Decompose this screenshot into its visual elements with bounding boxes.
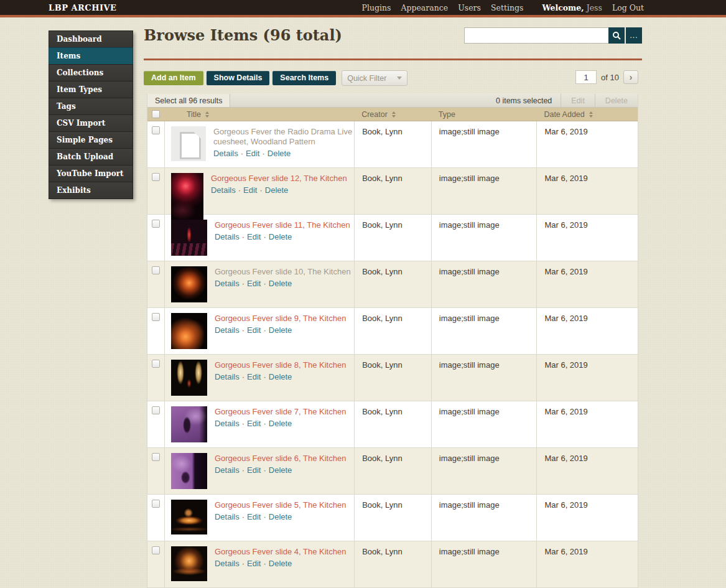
details-link[interactable]: Details bbox=[215, 325, 240, 335]
show-details-button[interactable]: Show Details bbox=[207, 71, 270, 85]
page-number-input[interactable] bbox=[575, 70, 597, 84]
delete-link[interactable]: Delete bbox=[269, 559, 292, 568]
row-checkbox[interactable] bbox=[152, 546, 160, 554]
edit-link[interactable]: Edit bbox=[247, 325, 261, 335]
edit-link[interactable]: Edit bbox=[246, 149, 259, 158]
welcome-label: Welcome, bbox=[542, 3, 584, 12]
search-icon bbox=[612, 31, 621, 40]
edit-link[interactable]: Edit bbox=[247, 559, 261, 568]
item-title-link[interactable]: Gorgeous Fever slide 10, The Kitchen bbox=[215, 267, 351, 277]
search-input[interactable] bbox=[464, 27, 608, 44]
delete-link[interactable]: Delete bbox=[269, 232, 292, 241]
row-checkbox[interactable] bbox=[152, 360, 160, 368]
select-all-checkbox[interactable] bbox=[152, 110, 160, 118]
column-header-title[interactable]: Title bbox=[164, 108, 354, 121]
row-checkbox[interactable] bbox=[152, 453, 160, 461]
column-header-date-added[interactable]: Date Added bbox=[536, 108, 638, 121]
delete-link[interactable]: Delete bbox=[269, 465, 292, 475]
nav-appearance[interactable]: Appearance bbox=[401, 3, 448, 12]
delete-link[interactable]: Delete bbox=[269, 372, 292, 381]
sidebar-item[interactable]: Batch Upload bbox=[49, 148, 133, 166]
item-thumbnail[interactable] bbox=[171, 500, 207, 534]
item-thumbnail[interactable] bbox=[171, 173, 203, 220]
sidebar-item[interactable]: Item Types bbox=[49, 81, 133, 98]
column-header-creator[interactable]: Creator bbox=[354, 108, 431, 121]
edit-link[interactable]: Edit bbox=[243, 185, 257, 195]
item-title-link[interactable]: Gorgeous Fever slide 7, The Kitchen bbox=[215, 407, 347, 417]
details-link[interactable]: Details bbox=[215, 465, 240, 475]
item-thumbnail[interactable] bbox=[171, 406, 207, 442]
advanced-search-button[interactable]: ... bbox=[626, 27, 642, 44]
item-title-link[interactable]: Gorgeous Fever the Radio Drama Live cues… bbox=[213, 127, 353, 147]
nav-plugins[interactable]: Plugins bbox=[361, 3, 391, 12]
details-link[interactable]: Details bbox=[215, 232, 240, 241]
item-title-link[interactable]: Gorgeous Fever slide 12, The Kitchen bbox=[211, 174, 347, 184]
item-thumbnail[interactable] bbox=[171, 360, 207, 396]
details-link[interactable]: Details bbox=[215, 279, 240, 288]
select-all-link[interactable]: Select all 96 results bbox=[147, 94, 230, 107]
edit-link[interactable]: Edit bbox=[247, 232, 261, 241]
date-added-cell: Mar 6, 2019 bbox=[536, 541, 638, 587]
details-link[interactable]: Details bbox=[211, 185, 236, 195]
delete-link[interactable]: Delete bbox=[268, 149, 291, 158]
quick-filter-dropdown[interactable]: Quick Filter bbox=[342, 70, 407, 86]
sidebar-item[interactable]: CSV Import bbox=[49, 114, 133, 132]
details-link[interactable]: Details bbox=[215, 559, 240, 568]
delete-link[interactable]: Delete bbox=[269, 419, 292, 428]
bulk-edit-button[interactable]: Edit bbox=[561, 94, 595, 107]
separator: · bbox=[242, 512, 244, 521]
search-items-button[interactable]: Search Items bbox=[272, 71, 336, 85]
delete-link[interactable]: Delete bbox=[269, 325, 292, 335]
item-title-link[interactable]: Gorgeous Fever slide 9, The Kitchen bbox=[215, 314, 347, 324]
item-thumbnail[interactable] bbox=[171, 546, 207, 581]
sidebar-item[interactable]: Collections bbox=[49, 64, 133, 82]
row-checkbox[interactable] bbox=[152, 220, 160, 228]
user-link[interactable]: Jess bbox=[587, 3, 602, 12]
item-title-link[interactable]: Gorgeous Fever slide 4, The Kitchen bbox=[215, 547, 347, 557]
sidebar-item[interactable]: YouTube Import bbox=[49, 165, 133, 182]
row-checkbox[interactable] bbox=[152, 126, 160, 134]
item-title-link[interactable]: Gorgeous Fever slide 11, The Kitchen bbox=[215, 220, 350, 230]
sidebar-item[interactable]: Simple Pages bbox=[49, 131, 133, 149]
delete-link[interactable]: Delete bbox=[269, 279, 292, 288]
sidebar-item[interactable]: Dashboard bbox=[49, 30, 133, 48]
details-link[interactable]: Details bbox=[213, 149, 238, 158]
next-page-button[interactable]: › bbox=[623, 70, 638, 84]
item-title-link[interactable]: Gorgeous Fever slide 5, The Kitchen bbox=[215, 500, 347, 510]
item-thumbnail[interactable] bbox=[171, 453, 207, 489]
welcome-text: Welcome,Jess bbox=[542, 3, 602, 12]
sidebar-item[interactable]: Exhibits bbox=[49, 182, 133, 199]
type-cell: image;still image bbox=[431, 355, 537, 401]
item-thumbnail[interactable] bbox=[171, 126, 206, 161]
row-checkbox[interactable] bbox=[152, 313, 160, 321]
edit-link[interactable]: Edit bbox=[247, 512, 261, 521]
row-checkbox[interactable] bbox=[152, 500, 160, 508]
edit-link[interactable]: Edit bbox=[247, 279, 261, 288]
bulk-delete-button[interactable]: Delete bbox=[595, 94, 638, 107]
details-link[interactable]: Details bbox=[215, 419, 240, 428]
search-button[interactable] bbox=[608, 27, 625, 44]
edit-link[interactable]: Edit bbox=[247, 372, 261, 381]
delete-link[interactable]: Delete bbox=[269, 512, 292, 521]
row-checkbox[interactable] bbox=[152, 406, 160, 414]
delete-link[interactable]: Delete bbox=[265, 185, 289, 195]
logout-link[interactable]: Log Out bbox=[612, 3, 644, 12]
nav-settings[interactable]: Settings bbox=[491, 3, 523, 12]
type-cell: image;still image bbox=[431, 261, 537, 307]
nav-users[interactable]: Users bbox=[458, 3, 481, 12]
item-thumbnail[interactable] bbox=[171, 220, 207, 256]
details-link[interactable]: Details bbox=[215, 512, 240, 521]
edit-link[interactable]: Edit bbox=[247, 465, 261, 475]
sidebar-item[interactable]: Tags bbox=[49, 98, 133, 115]
sidebar-item[interactable]: Items bbox=[49, 47, 133, 65]
row-checkbox[interactable] bbox=[152, 266, 160, 274]
row-checkbox[interactable] bbox=[152, 173, 160, 181]
edit-link[interactable]: Edit bbox=[247, 419, 261, 428]
item-title-link[interactable]: Gorgeous Fever slide 8, The Kitchen bbox=[215, 360, 347, 370]
add-item-button[interactable]: Add an Item bbox=[144, 71, 203, 85]
item-thumbnail[interactable] bbox=[171, 313, 207, 349]
item-thumbnail[interactable] bbox=[171, 266, 207, 302]
row-actions: Details·Edit·Delete bbox=[215, 232, 350, 241]
item-title-link[interactable]: Gorgeous Fever slide 6, The Kitchen bbox=[215, 454, 347, 464]
details-link[interactable]: Details bbox=[215, 372, 240, 381]
